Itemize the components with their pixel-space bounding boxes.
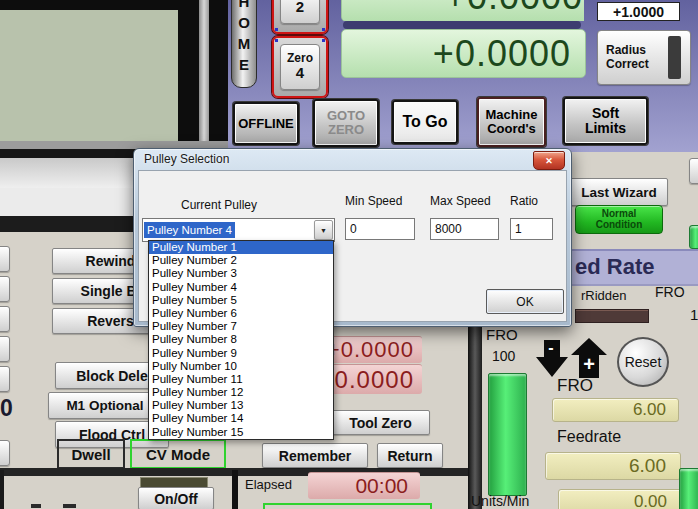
edge-button-right-grey[interactable] xyxy=(689,158,698,184)
reset-fro-button[interactable]: Reset xyxy=(617,337,669,387)
radius-correct-indicator xyxy=(668,36,681,79)
dialog-title: Pulley Selection xyxy=(144,152,229,166)
current-pulley-label: Current Pulley xyxy=(139,198,299,212)
elapsed-display: 00:00 xyxy=(308,472,420,499)
m1-optional-label: M1 Optional xyxy=(66,398,143,413)
left-bottom-border xyxy=(0,470,4,509)
fro-slider-bar[interactable] xyxy=(488,373,527,496)
pulley-option-11[interactable]: Pulley Number 11 xyxy=(149,373,333,386)
edge-button-2[interactable] xyxy=(0,276,10,302)
cv-mode-button[interactable]: CV Mode xyxy=(130,439,226,469)
reset-label: Reset xyxy=(625,354,662,370)
to-go-button[interactable]: To Go xyxy=(392,100,458,144)
pulley-option-15[interactable]: Pulley Number 15 xyxy=(149,426,333,439)
return-button[interactable]: Return xyxy=(377,443,443,468)
dwell-button[interactable]: Dwell xyxy=(57,439,125,469)
return-label: Return xyxy=(387,448,432,464)
normal-condition-button[interactable]: Normal Condition xyxy=(575,205,663,234)
max-speed-label: Max Speed xyxy=(430,194,491,208)
goto-zero-button[interactable]: GOTO ZERO xyxy=(313,99,379,147)
edge-button-6[interactable] xyxy=(0,440,10,466)
remember-label: Remember xyxy=(279,448,351,464)
window-frame-stripe xyxy=(199,0,209,158)
pulley-option-2[interactable]: Pulley Number 2 xyxy=(149,254,333,267)
edge-button-right-green[interactable] xyxy=(689,225,698,249)
combobox-dropdown-button[interactable]: ▼ xyxy=(314,220,333,240)
home-button-label: HOME xyxy=(237,0,251,75)
min-speed-label: Min Speed xyxy=(345,194,402,208)
current-pulley-combobox[interactable]: Pulley Number 4 ▼ xyxy=(142,218,335,242)
zero-4-button[interactable]: Zero 4 xyxy=(272,36,328,98)
pulley-option-3[interactable]: Pulley Number 3 xyxy=(149,267,333,280)
last-wizard-button[interactable]: Last Wizard xyxy=(570,178,668,206)
pulley-option-5[interactable]: Pulley Number 5 xyxy=(149,294,333,307)
minus-glyph: - xyxy=(548,340,553,356)
clipped-text-mark-1 xyxy=(31,504,41,508)
chevron-down-icon: ▼ xyxy=(320,227,327,234)
reverse-label: Revers xyxy=(87,313,134,329)
pulley-option-4[interactable]: Pulley Number 4 xyxy=(149,281,333,294)
pulley-option-9[interactable]: Pulley Number 9 xyxy=(149,347,333,360)
dro-axis-main: +0.0000 xyxy=(341,29,586,78)
pulley-option-8[interactable]: Pulley Number 8 xyxy=(149,333,333,346)
fro-column-value: 100 xyxy=(492,348,515,364)
pulley-option-12[interactable]: Pulley Number 12 xyxy=(149,386,333,399)
edge-button-4[interactable] xyxy=(0,336,10,362)
ok-button[interactable]: OK xyxy=(486,289,564,314)
remember-button[interactable]: Remember xyxy=(262,443,368,468)
edge-button-3[interactable] xyxy=(0,306,10,332)
elapsed-label: Elapsed xyxy=(245,477,292,492)
max-speed-input[interactable]: 8000 xyxy=(430,218,499,240)
toolpath-window xyxy=(0,10,180,141)
zero-2-button[interactable]: 2 xyxy=(272,0,328,34)
pulley-option-14[interactable]: Pulley Number 14 xyxy=(149,412,333,425)
fro-mid-label: FRO xyxy=(557,376,593,396)
soft-limits-button[interactable]: Soft Limits xyxy=(563,97,648,145)
units-min-label-left: Units/Min xyxy=(471,493,529,509)
radius-correct-button[interactable]: Radius Correct xyxy=(597,30,691,85)
feed-rate-header: ed Rate xyxy=(575,254,654,280)
block-delete-label: Block Dele xyxy=(76,368,148,384)
ok-label: OK xyxy=(516,295,533,309)
home-button[interactable]: HOME xyxy=(231,0,257,88)
dwell-label: Dwell xyxy=(71,446,110,463)
pulley-option-10[interactable]: Pully Number 10 xyxy=(149,360,333,373)
edge-button-1[interactable] xyxy=(0,246,10,272)
pulley-option-6[interactable]: Pulley Number 6 xyxy=(149,307,333,320)
fro-increment-button[interactable]: + xyxy=(571,338,607,378)
soft-limits-line1: Soft xyxy=(592,106,619,121)
pulley-option-13[interactable]: Pulley Number 13 xyxy=(149,399,333,412)
fro-partial-value: 1 xyxy=(690,306,698,323)
bottom-green-box xyxy=(263,503,432,509)
machine-coords-line2: Coord's xyxy=(487,122,536,136)
offline-button[interactable]: OFFLINE xyxy=(233,102,299,145)
middle-panel-border xyxy=(232,470,238,509)
offline-label: OFFLINE xyxy=(238,117,294,131)
min-speed-input[interactable]: 0 xyxy=(345,218,415,240)
dialog-titlebar[interactable]: Pulley Selection ✕ xyxy=(134,149,571,170)
tool-zero-label: Tool Zero xyxy=(349,415,412,431)
pulley-option-1[interactable]: Pulley Number 1 xyxy=(149,241,333,254)
normal-condition-line1: Normal xyxy=(602,209,636,220)
ratio-label: Ratio xyxy=(510,194,538,208)
edge-button-5[interactable] xyxy=(0,366,10,392)
ratio-input[interactable]: 1 xyxy=(510,218,553,240)
close-button[interactable]: ✕ xyxy=(533,151,565,170)
zero-4-label-line2: 4 xyxy=(296,65,304,82)
single-block-label: Single Bl xyxy=(81,283,141,299)
to-go-label: To Go xyxy=(402,114,447,131)
pulley-option-7[interactable]: Pulley Number 7 xyxy=(149,320,333,333)
plus-glyph: + xyxy=(583,353,595,375)
on-off-button[interactable]: On/Off xyxy=(138,487,214,509)
machine-coords-button[interactable]: Machine Coord's xyxy=(477,97,546,147)
fro-decrement-button[interactable]: - xyxy=(536,340,568,378)
goto-zero-line1: GOTO xyxy=(327,109,365,123)
dro-bezel-band xyxy=(343,21,581,29)
fro-display: 6.00 xyxy=(552,398,679,422)
feed-rate-band: ed Rate xyxy=(560,249,698,284)
m1-optional-button[interactable]: M1 Optional xyxy=(48,392,162,419)
tool-zero-button[interactable]: Tool Zero xyxy=(331,410,430,435)
dro-axis-top-clip: +0.0000 xyxy=(341,0,584,21)
combobox-value: Pulley Number 4 xyxy=(144,222,235,238)
fro-column-label: FRO xyxy=(486,326,518,343)
